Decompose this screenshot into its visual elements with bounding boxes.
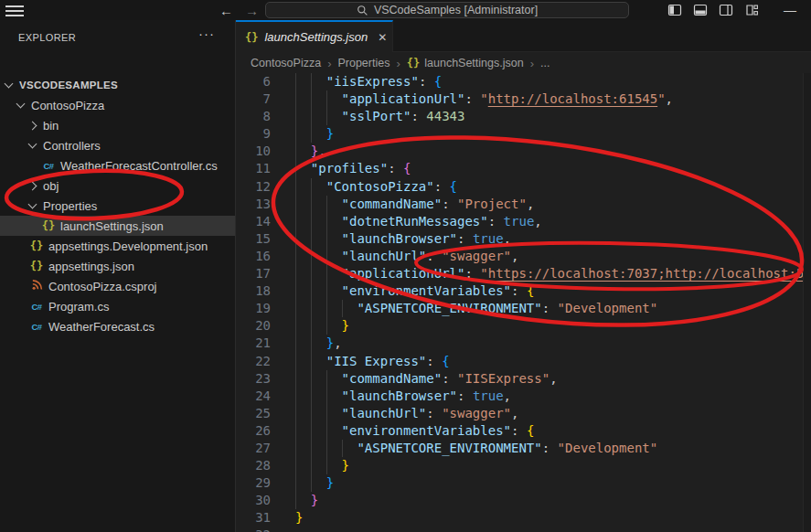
code-line-32[interactable]: 32 bbox=[236, 527, 803, 532]
code-line-content: } bbox=[295, 509, 303, 527]
token-punc: , bbox=[511, 249, 518, 263]
tree-item-launchsettings-json[interactable]: {}launchSettings.json bbox=[0, 216, 235, 236]
line-number[interactable]: 12 bbox=[236, 178, 271, 196]
code-line-19[interactable]: 19 "ASPNETCORE_ENVIRONMENT": "Developmen… bbox=[236, 300, 803, 317]
tree-item-vscodesamples[interactable]: VSCODESAMPLES bbox=[0, 75, 235, 95]
line-number[interactable]: 13 bbox=[236, 196, 271, 213]
token-b1: } bbox=[295, 510, 303, 525]
line-number[interactable]: 26 bbox=[236, 422, 271, 440]
line-number[interactable]: 30 bbox=[236, 492, 271, 509]
code-line-10[interactable]: 10 }, bbox=[236, 143, 803, 160]
code-line-8[interactable]: 8 "sslPort": 44343 bbox=[236, 108, 803, 125]
code-line-7[interactable]: 7 "applicationUrl": "http://localhost:61… bbox=[236, 90, 803, 108]
line-number[interactable]: 23 bbox=[236, 370, 271, 388]
tree-item-program-cs[interactable]: C#Program.cs bbox=[0, 296, 235, 316]
minimize-icon[interactable]: — bbox=[784, 3, 802, 17]
code-line-6[interactable]: 6 "iisExpress": { bbox=[236, 73, 803, 90]
menu-icon[interactable] bbox=[5, 3, 24, 17]
code-line-25[interactable]: 25 "launchUrl": "swagger", bbox=[236, 405, 803, 422]
command-center-search[interactable]: VSCodeSamples [Administrator] bbox=[265, 2, 629, 18]
line-number[interactable]: 9 bbox=[236, 125, 271, 143]
tree-item-obj[interactable]: obj bbox=[0, 176, 235, 196]
breadcrumb-item-contosopizza[interactable]: ContosoPizza bbox=[251, 57, 321, 69]
code-line-content: }, bbox=[295, 335, 342, 352]
code-line-21[interactable]: 21 }, bbox=[236, 335, 803, 352]
code-line-9[interactable]: 9 } bbox=[236, 125, 803, 143]
tree-item-controllers[interactable]: Controllers bbox=[0, 135, 235, 155]
code-line-15[interactable]: 15 "launchBrowser": true, bbox=[236, 230, 803, 248]
code-line-27[interactable]: 27 "ASPNETCORE_ENVIRONMENT": "Developmen… bbox=[236, 440, 803, 457]
tree-item-weatherforecastcontroller-cs[interactable]: C#WeatherForecastController.cs bbox=[0, 155, 235, 176]
editor-scrollbar[interactable] bbox=[803, 73, 811, 532]
code-line-22[interactable]: 22 "IIS Express": { bbox=[236, 353, 803, 370]
code-line-18[interactable]: 18 "environmentVariables": { bbox=[236, 282, 803, 300]
tree-item-properties[interactable]: Properties bbox=[0, 196, 235, 216]
token-str: "Project" bbox=[457, 197, 527, 211]
url-link[interactable]: http://localhost:61545 bbox=[488, 91, 657, 106]
title-bar: ← → VSCodeSamples [Administrator] bbox=[0, 0, 811, 20]
token-key: "environmentVariables" bbox=[342, 423, 511, 438]
code-line-14[interactable]: 14 "dotnetRunMessages": true, bbox=[236, 213, 803, 230]
token-str: "swagger" bbox=[442, 249, 511, 263]
tree-item-contosopizza-csproj[interactable]: ContosoPizza.csproj bbox=[0, 276, 235, 296]
tree-item-contosopizza[interactable]: ContosoPizza bbox=[0, 95, 235, 115]
tree-item-label: WeatherForecast.cs bbox=[48, 320, 155, 334]
search-text: VSCodeSamples [Administrator] bbox=[374, 4, 538, 16]
tab-launchsettings-json[interactable]: {} launchSettings.json ✕ bbox=[236, 20, 393, 52]
breadcrumb-item-launchsettings-json[interactable]: {}launchSettings.json bbox=[407, 57, 524, 69]
line-number[interactable]: 22 bbox=[236, 353, 271, 370]
code-line-23[interactable]: 23 "commandName": "IISExpress", bbox=[236, 370, 803, 388]
token-bool: true bbox=[473, 388, 504, 403]
line-number[interactable]: 6 bbox=[236, 73, 271, 90]
code-line-13[interactable]: 13 "commandName": "Project", bbox=[236, 196, 803, 213]
breadcrumb-item--[interactable]: ... bbox=[540, 57, 550, 69]
line-number[interactable]: 20 bbox=[236, 317, 271, 335]
line-number[interactable]: 8 bbox=[236, 108, 271, 125]
line-number[interactable]: 28 bbox=[236, 457, 271, 474]
code-line-29[interactable]: 29 } bbox=[236, 474, 803, 492]
line-number[interactable]: 14 bbox=[236, 213, 271, 230]
line-number[interactable]: 27 bbox=[236, 440, 271, 457]
code-line-12[interactable]: 12 "ContosoPizza": { bbox=[236, 178, 803, 196]
line-number[interactable]: 18 bbox=[236, 282, 271, 300]
tree-item-appsettings-json[interactable]: {}appsettings.json bbox=[0, 256, 235, 276]
line-number[interactable]: 31 bbox=[236, 509, 271, 527]
tree-item-appsettings-development-json[interactable]: {}appsettings.Development.json bbox=[0, 236, 235, 256]
code-line-16[interactable]: 16 "launchUrl": "swagger", bbox=[236, 248, 803, 265]
panel-right-icon[interactable] bbox=[719, 3, 733, 17]
line-number[interactable]: 16 bbox=[236, 248, 271, 265]
line-number[interactable]: 24 bbox=[236, 388, 271, 405]
line-number[interactable]: 11 bbox=[236, 160, 271, 177]
panel-bottom-icon[interactable] bbox=[693, 3, 708, 17]
tree-item-bin[interactable]: bin bbox=[0, 115, 235, 135]
forward-arrow-icon[interactable]: → bbox=[245, 3, 259, 18]
breadcrumb-label: Properties bbox=[337, 57, 389, 69]
code-line-20[interactable]: 20 } bbox=[236, 317, 803, 335]
back-arrow-icon[interactable]: ← bbox=[219, 3, 233, 18]
customize-layout-icon[interactable] bbox=[744, 3, 760, 17]
url-link[interactable]: https://localhost:7037;http://localhost:… bbox=[488, 266, 811, 281]
tree-item-weatherforecast-cs[interactable]: C#WeatherForecast.cs bbox=[0, 316, 235, 336]
line-number[interactable]: 19 bbox=[236, 300, 271, 317]
line-number[interactable]: 25 bbox=[236, 405, 271, 422]
breadcrumb-item-properties[interactable]: Properties bbox=[337, 57, 389, 69]
line-number[interactable]: 15 bbox=[236, 230, 271, 248]
code-line-24[interactable]: 24 "launchBrowser": true, bbox=[236, 388, 803, 405]
tree-item-label: VSCODESAMPLES bbox=[19, 80, 118, 90]
code-line-30[interactable]: 30 } bbox=[236, 492, 803, 509]
code-line-11[interactable]: 11 "profiles": { bbox=[236, 160, 803, 177]
code-line-26[interactable]: 26 "environmentVariables": { bbox=[236, 422, 803, 440]
line-number[interactable]: 10 bbox=[236, 143, 271, 160]
code-line-17[interactable]: 17 "applicationUrl": "https://localhost:… bbox=[236, 265, 803, 282]
breadcrumb-separator-icon: › bbox=[530, 57, 534, 70]
line-number[interactable]: 21 bbox=[236, 335, 271, 352]
close-icon[interactable]: ✕ bbox=[378, 31, 387, 44]
line-number[interactable]: 29 bbox=[236, 474, 271, 492]
panel-left-icon[interactable] bbox=[667, 3, 682, 17]
explorer-more-actions-icon[interactable]: ··· bbox=[198, 26, 215, 41]
line-number[interactable]: 17 bbox=[236, 265, 271, 282]
line-number[interactable]: 7 bbox=[236, 90, 271, 108]
code-line-28[interactable]: 28 } bbox=[236, 457, 803, 474]
code-line-31[interactable]: 31} bbox=[236, 509, 803, 527]
line-number[interactable]: 32 bbox=[236, 527, 271, 532]
